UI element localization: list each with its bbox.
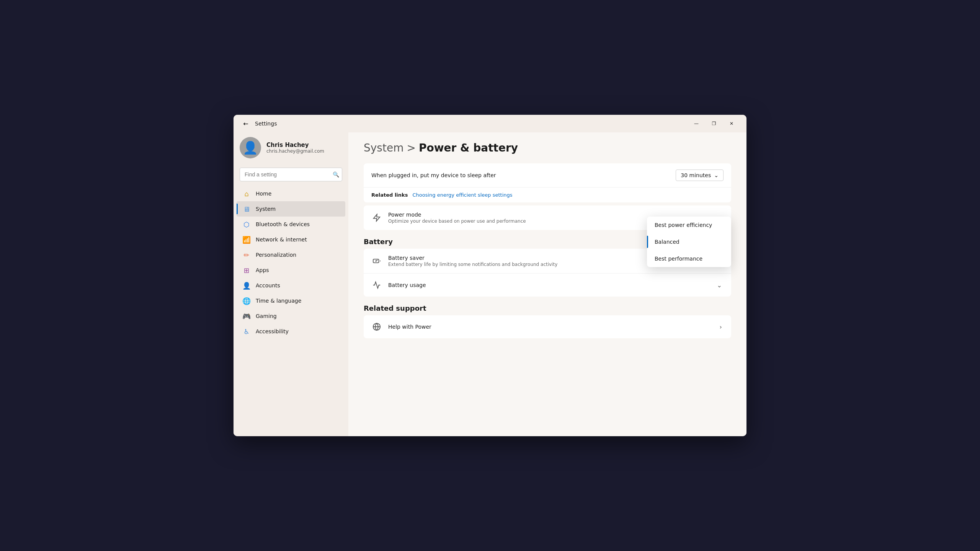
user-email: chris.hachey@gmail.com (266, 148, 324, 154)
network-icon: 📶 (243, 236, 250, 243)
nav-item-accessibility[interactable]: ♿ Accessibility (237, 324, 345, 339)
gaming-icon: 🎮 (243, 312, 250, 320)
maximize-button[interactable]: ❐ (705, 117, 723, 130)
user-info: Chris Hachey chris.hachey@gmail.com (266, 142, 324, 154)
nav-item-gaming[interactable]: 🎮 Gaming (237, 308, 345, 324)
nav-label-apps: Apps (256, 267, 269, 273)
power-mode-icon (371, 212, 382, 223)
dropdown-performance-label: Best performance (655, 256, 702, 262)
related-links-link[interactable]: Choosing energy efficient sleep settings (412, 192, 512, 198)
help-power-row[interactable]: Help with Power › (364, 315, 731, 338)
time-icon: 🌐 (243, 297, 250, 305)
titlebar: ← Settings — ❐ ✕ (234, 115, 746, 132)
nav-label-time: Time & language (256, 298, 301, 304)
dropdown-item-balanced[interactable]: Balanced (647, 233, 731, 250)
page-header: System > Power & battery (364, 142, 731, 154)
related-support-card: Help with Power › (364, 315, 731, 338)
search-icon[interactable]: 🔍 (333, 171, 339, 178)
battery-saver-icon (371, 256, 382, 266)
dropdown-item-performance[interactable]: Best performance (647, 250, 731, 267)
battery-usage-row[interactable]: Battery usage ⌄ (364, 274, 731, 297)
window-title: Settings (255, 121, 277, 127)
nav-item-bluetooth[interactable]: ⬡ Bluetooth & devices (237, 217, 345, 232)
avatar-icon: 👤 (243, 140, 258, 155)
battery-usage-chevron[interactable]: ⌄ (715, 280, 724, 290)
accessibility-icon: ♿ (243, 328, 250, 335)
user-section: 👤 Chris Hachey chris.hachey@gmail.com (234, 132, 348, 165)
minimize-button[interactable]: — (688, 117, 705, 130)
help-power-icon (371, 321, 382, 332)
sidebar: 👤 Chris Hachey chris.hachey@gmail.com 🔍 … (234, 132, 348, 436)
search-box: 🔍 (240, 168, 342, 181)
nav-label-bluetooth: Bluetooth & devices (256, 221, 310, 227)
window-controls: — ❐ ✕ (688, 117, 740, 130)
battery-usage-icon (371, 280, 382, 290)
help-power-title: Help with Power (388, 324, 712, 330)
nav-item-home[interactable]: ⌂ Home (237, 186, 345, 201)
nav-label-gaming: Gaming (256, 313, 277, 319)
sleep-dropdown[interactable]: 30 minutes ⌄ (676, 170, 724, 181)
battery-saver-title: Battery saver (388, 255, 666, 261)
user-name: Chris Hachey (266, 142, 324, 148)
sleep-value: 30 minutes (681, 172, 711, 178)
personalization-icon: ✏ (243, 251, 250, 259)
nav-label-personalization: Personalization (256, 252, 296, 258)
back-button[interactable]: ← (240, 117, 252, 130)
help-power-content: Help with Power (388, 324, 712, 330)
battery-usage-title: Battery usage (388, 282, 709, 288)
sleep-row: When plugged in, put my device to sleep … (364, 163, 731, 187)
related-links-label: Related links (371, 192, 408, 198)
nav-item-system[interactable]: 🖥 System (237, 201, 345, 217)
content-area: 👤 Chris Hachey chris.hachey@gmail.com 🔍 … (234, 132, 746, 436)
settings-window: ← Settings — ❐ ✕ 👤 Chris Hachey chris.ha… (234, 115, 746, 436)
close-button[interactable]: ✕ (723, 117, 740, 130)
search-input[interactable] (240, 168, 342, 181)
main-content: System > Power & battery When plugged in… (348, 132, 746, 436)
dropdown-balanced-label: Balanced (655, 239, 679, 245)
nav-item-time[interactable]: 🌐 Time & language (237, 293, 345, 308)
apps-icon: ⊞ (243, 266, 250, 274)
page-title: Power & battery (419, 142, 518, 154)
sleep-action: 30 minutes ⌄ (676, 170, 724, 181)
home-icon: ⌂ (243, 190, 250, 197)
sleep-label: When plugged in, put my device to sleep … (371, 172, 670, 178)
related-links-row: Related links Choosing energy efficient … (364, 187, 731, 202)
breadcrumb-system[interactable]: System (364, 142, 403, 154)
nav-item-network[interactable]: 📶 Network & internet (237, 232, 345, 247)
avatar: 👤 (240, 137, 261, 158)
battery-saver-content: Battery saver Extend battery life by lim… (388, 255, 666, 267)
nav-item-apps[interactable]: ⊞ Apps (237, 262, 345, 278)
nav-item-personalization[interactable]: ✏ Personalization (237, 247, 345, 262)
related-support-title: Related support (364, 304, 731, 312)
bluetooth-icon: ⬡ (243, 220, 250, 228)
sleep-chevron-icon: ⌄ (714, 172, 719, 178)
nav-label-home: Home (256, 191, 271, 197)
nav-label-accessibility: Accessibility (256, 328, 289, 334)
sleep-card: When plugged in, put my device to sleep … (364, 163, 731, 202)
power-mode-dropdown-menu: Best power efficiency Balanced Best perf… (647, 217, 731, 267)
nav-label-network: Network & internet (256, 236, 307, 243)
battery-usage-content: Battery usage (388, 282, 709, 288)
dropdown-item-efficiency[interactable]: Best power efficiency (647, 217, 731, 233)
nav-label-system: System (256, 206, 276, 212)
nav-item-accounts[interactable]: 👤 Accounts (237, 278, 345, 293)
battery-saver-desc: Extend battery life by limiting some not… (388, 262, 666, 267)
dropdown-efficiency-label: Best power efficiency (655, 222, 712, 228)
help-power-chevron[interactable]: › (718, 322, 724, 332)
nav-label-accounts: Accounts (256, 282, 280, 289)
breadcrumb-separator: > (407, 142, 415, 154)
system-icon: 🖥 (243, 205, 250, 213)
accounts-icon: 👤 (243, 282, 250, 289)
